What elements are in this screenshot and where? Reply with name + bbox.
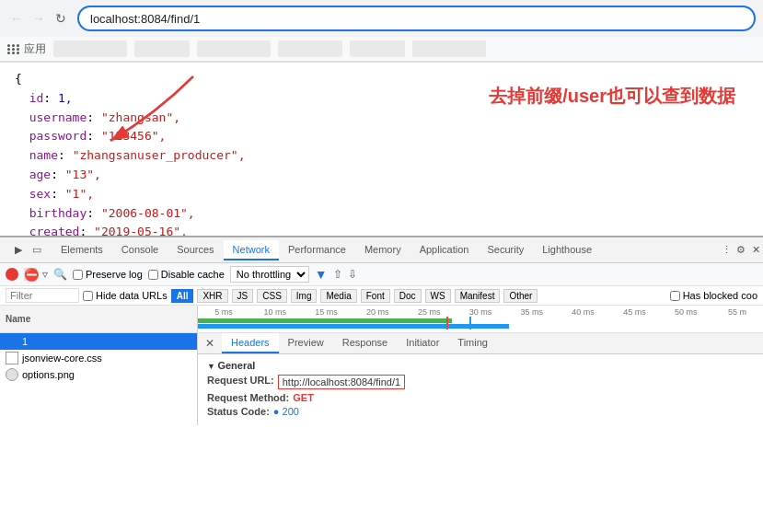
filter-input[interactable] <box>6 288 79 303</box>
tab-security[interactable]: Security <box>478 240 533 260</box>
timeline-bar-red <box>446 317 448 330</box>
detail-tab-headers[interactable]: Headers <box>222 333 279 353</box>
reload-button[interactable]: ↻ <box>52 9 70 28</box>
json-val-sex: "1", <box>65 187 94 201</box>
arrow-annotation <box>83 67 212 159</box>
item-name-png: options.png <box>22 369 75 380</box>
address-text: localhost:8084/find/1 <box>90 12 743 26</box>
filter-media-button[interactable]: Media <box>320 289 356 303</box>
tab-console[interactable]: Console <box>112 240 168 260</box>
json-key-id: id <box>29 91 44 105</box>
request-url-row: Request URL: http://localhost:8084/find/… <box>207 375 754 389</box>
has-blocked-checkbox[interactable] <box>670 291 680 301</box>
filter-other-button[interactable]: Other <box>503 289 538 303</box>
request-url-label: Request URL: <box>207 375 274 389</box>
bookmark-6[interactable] <box>412 40 486 57</box>
more-icon[interactable]: ⋮ <box>719 243 734 258</box>
detail-tab-timing[interactable]: Timing <box>448 333 497 353</box>
tab-memory[interactable]: Memory <box>355 240 410 260</box>
record-button[interactable] <box>6 268 18 281</box>
filter-xhr-button[interactable]: XHR <box>197 289 227 303</box>
settings-icon[interactable]: ⚙ <box>734 243 748 258</box>
tl-45ms: 45 ms <box>609 307 661 317</box>
search-icon[interactable]: 🔍 <box>53 268 67 281</box>
detail-tab-preview[interactable]: Preview <box>279 333 333 353</box>
json-key-created: created <box>29 225 80 236</box>
filter-icon[interactable]: ▿ <box>42 268 48 281</box>
upload-icon[interactable]: ⇧ <box>333 268 342 281</box>
nav-buttons: ← → ↻ <box>7 9 70 28</box>
json-key-password: password <box>29 129 87 143</box>
tl-5ms: 5 ms <box>198 307 249 317</box>
item-icon-css <box>6 352 18 364</box>
detail-content: General Request URL: http://localhost:80… <box>198 354 763 425</box>
json-key-name: name <box>29 148 58 162</box>
tab-lighthouse[interactable]: Lighthouse <box>533 240 601 260</box>
has-blocked-label[interactable]: Has blocked coo <box>670 290 757 301</box>
bookmark-3[interactable] <box>197 40 271 57</box>
filter-font-button[interactable]: Font <box>361 289 390 303</box>
filter-ws-button[interactable]: WS <box>425 289 451 303</box>
item-icon-1 <box>6 335 18 348</box>
throttle-dropdown-icon[interactable]: ▼ <box>315 267 328 282</box>
bookmark-5[interactable] <box>350 40 405 57</box>
tl-35ms: 35 ms <box>506 307 558 317</box>
close-devtools-icon[interactable]: ✕ <box>748 243 763 258</box>
bookmark-4[interactable] <box>278 40 342 57</box>
address-bar[interactable]: localhost:8084/find/1 <box>77 6 756 31</box>
bookmark-1[interactable] <box>53 40 127 57</box>
tab-application[interactable]: Application <box>410 240 479 260</box>
forward-button[interactable]: → <box>29 9 48 28</box>
timeline-labels: 5 ms 10 ms 15 ms 20 ms 25 ms 30 ms 35 ms… <box>198 307 763 317</box>
disable-cache-checkbox[interactable] <box>148 270 158 280</box>
hide-data-urls-checkbox[interactable] <box>83 291 93 301</box>
tab-sources[interactable]: Sources <box>168 240 223 260</box>
devtools: ▶ ▭ Elements Console Sources Network Per… <box>0 236 763 425</box>
preserve-log-label[interactable]: Preserve log <box>73 269 143 280</box>
json-key-age: age <box>29 168 51 181</box>
detail-tab-response[interactable]: Response <box>333 333 398 353</box>
device-icon[interactable]: ▭ <box>29 243 44 258</box>
request-method-value: GET <box>293 392 314 403</box>
hide-data-urls-label[interactable]: Hide data URLs <box>83 290 168 301</box>
item-icon-png <box>6 368 18 381</box>
detail-close-button[interactable]: ✕ <box>198 333 222 353</box>
has-blocked-text: Has blocked coo <box>683 290 757 301</box>
back-button[interactable]: ← <box>7 9 26 28</box>
browser-chrome: ← → ↻ localhost:8084/find/1 应用 <box>0 0 763 63</box>
json-key-sex: sex <box>29 187 51 201</box>
general-section-header: General <box>207 360 754 371</box>
json-age: age: "13", <box>15 166 748 185</box>
network-item-css[interactable]: jsonview-core.css <box>0 350 197 366</box>
devtools-icons: ▶ ▭ <box>4 239 52 261</box>
filter-css-button[interactable]: CSS <box>257 289 287 303</box>
filter-doc-button[interactable]: Doc <box>394 289 422 303</box>
bookmark-apps[interactable]: 应用 <box>7 41 46 57</box>
preserve-log-checkbox[interactable] <box>73 270 83 280</box>
detail-tab-initiator[interactable]: Initiator <box>397 333 448 353</box>
inspect-icon[interactable]: ▶ <box>11 243 26 258</box>
devtools-tab-bar: ▶ ▭ Elements Console Sources Network Per… <box>0 237 763 263</box>
tab-network[interactable]: Network <box>224 240 279 260</box>
filter-manifest-button[interactable]: Manifest <box>455 289 501 303</box>
network-item-png[interactable]: options.png <box>0 366 197 383</box>
stop-button[interactable]: ⛔ <box>24 268 37 281</box>
disable-cache-label[interactable]: Disable cache <box>148 269 225 280</box>
filter-js-button[interactable]: JS <box>232 289 254 303</box>
request-method-label: Request Method: <box>207 392 289 403</box>
download-icon[interactable]: ⇩ <box>348 268 357 281</box>
tl-40ms: 40 ms <box>558 307 609 317</box>
tl-10ms: 10 ms <box>249 307 301 317</box>
bookmark-2[interactable] <box>134 40 190 57</box>
item-name-css: jsonview-core.css <box>22 353 102 364</box>
tl-15ms: 15 ms <box>301 307 353 317</box>
json-created: created: "2019-05-16", <box>15 223 748 236</box>
filter-img-button[interactable]: Img <box>291 289 318 303</box>
throttling-select[interactable]: No throttling <box>230 266 309 283</box>
tab-elements[interactable]: Elements <box>52 240 112 260</box>
tab-performance[interactable]: Performance <box>279 240 355 260</box>
network-item-1[interactable]: 1 <box>0 333 197 350</box>
filter-all-button[interactable]: All <box>171 289 194 303</box>
annotation-text: 去掉前缀/user也可以查到数据 <box>489 81 735 110</box>
filter-bar: Hide data URLs All XHR JS CSS Img Media … <box>0 286 763 306</box>
